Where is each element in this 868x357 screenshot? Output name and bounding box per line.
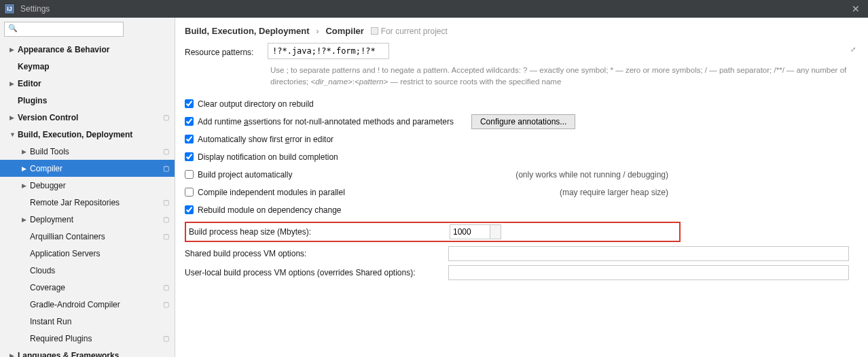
scope-icon: ▢ — [161, 300, 170, 309]
configure-annotations-button[interactable]: Configure annotations... — [471, 114, 575, 129]
chevron-icon: ▶ — [10, 114, 18, 121]
chevron-icon: ▶ — [10, 46, 18, 53]
scope-icon: ▢ — [161, 232, 170, 241]
resource-patterns-label: Resource patterns: — [185, 46, 268, 57]
tree-item-clouds[interactable]: Clouds — [0, 262, 175, 279]
tree-item-arquillian-containers[interactable]: Arquillian Containers▢ — [0, 228, 175, 245]
search-input[interactable] — [4, 22, 124, 37]
build-automatically-note: (only works while not running / debuggin… — [516, 170, 858, 180]
settings-tree: ▶Appearance & BehaviorKeymap▶EditorPlugi… — [0, 39, 175, 357]
chevron-icon: ▶ — [22, 216, 30, 223]
tree-item-deployment[interactable]: ▶Deployment▢ — [0, 211, 175, 228]
compile-parallel-label: Compile independent modules in parallel — [198, 188, 345, 197]
show-first-error-checkbox[interactable] — [185, 135, 194, 143]
scope-icon: ▢ — [161, 164, 170, 173]
chevron-icon: ▶ — [10, 352, 18, 358]
scope-hint: For current project — [371, 27, 448, 36]
breadcrumb-current: Compiler — [325, 26, 363, 36]
resource-patterns-hint: Use ; to separate patterns and ! to nega… — [185, 62, 858, 95]
heap-size-input[interactable] — [450, 224, 490, 239]
tree-item-plugins[interactable]: Plugins — [0, 92, 175, 109]
build-automatically-label: Build project automatically — [198, 170, 292, 180]
breadcrumb: Build, Execution, Deployment › Compiler … — [185, 24, 858, 43]
shared-vm-label: Shared build process VM options: — [185, 249, 448, 258]
user-vm-input[interactable] — [448, 265, 849, 280]
main-panel: Build, Execution, Deployment › Compiler … — [175, 18, 868, 357]
tree-item-build-tools[interactable]: ▶Build Tools▢ — [0, 143, 175, 160]
display-notification-label: Display notification on build completion — [198, 152, 338, 162]
tree-item-keymap[interactable]: Keymap — [0, 58, 175, 75]
tree-item-gradle-android-compiler[interactable]: Gradle-Android Compiler▢ — [0, 296, 175, 313]
scope-icon: ▢ — [161, 283, 170, 292]
shared-vm-input[interactable] — [448, 246, 849, 261]
chevron-icon: ▶ — [22, 182, 30, 189]
scope-icon: ▢ — [161, 113, 170, 122]
runtime-assertions-checkbox[interactable] — [185, 117, 194, 126]
display-notification-checkbox[interactable] — [185, 152, 194, 161]
rebuild-dependency-label: Rebuild module on dependency change — [198, 205, 342, 215]
tree-item-instant-run[interactable]: Instant Run — [0, 313, 175, 330]
close-icon[interactable]: ✕ — [848, 3, 864, 14]
expand-icon[interactable]: ⤢ — [850, 46, 856, 53]
sidebar: ▶Appearance & BehaviorKeymap▶EditorPlugi… — [0, 18, 175, 357]
scope-icon: ▢ — [161, 215, 170, 224]
tree-item-application-servers[interactable]: Application Servers — [0, 245, 175, 262]
tree-item-compiler[interactable]: ▶Compiler▢ — [0, 160, 175, 177]
heap-size-label: Build process heap size (Mbytes): — [186, 227, 450, 237]
heap-size-spinner[interactable] — [490, 224, 501, 239]
chevron-icon: ▶ — [22, 165, 30, 172]
tree-item-required-plugins[interactable]: Required Plugins▢ — [0, 330, 175, 347]
tree-item-debugger[interactable]: ▶Debugger — [0, 177, 175, 194]
tree-item-build-execution-deployment[interactable]: ▼Build, Execution, Deployment — [0, 126, 175, 143]
tree-item-coverage[interactable]: Coverage▢ — [0, 279, 175, 296]
clear-output-checkbox[interactable] — [185, 99, 194, 108]
breadcrumb-parent[interactable]: Build, Execution, Deployment — [185, 26, 309, 36]
clear-output-label: Clear output directory on rebuild — [198, 99, 314, 109]
scope-icon: ▢ — [161, 334, 170, 343]
breadcrumb-sep: › — [316, 27, 319, 36]
build-automatically-checkbox[interactable] — [185, 170, 194, 179]
user-vm-label: User-local build process VM options (ove… — [185, 268, 448, 277]
tree-item-version-control[interactable]: ▶Version Control▢ — [0, 109, 175, 126]
compile-parallel-note: (may require larger heap size) — [560, 188, 858, 197]
app-icon: IJ — [4, 3, 15, 14]
resource-patterns-input[interactable] — [268, 43, 389, 59]
heap-size-row: Build process heap size (Mbytes): — [185, 222, 681, 242]
chevron-icon: ▶ — [22, 148, 30, 155]
titlebar: IJ Settings ✕ — [0, 0, 868, 18]
tree-item-languages-frameworks[interactable]: ▶Languages & Frameworks — [0, 347, 175, 357]
runtime-assertions-label: Add runtime assertions for not-null-anno… — [198, 117, 454, 126]
scope-icon: ▢ — [161, 147, 170, 156]
compile-parallel-checkbox[interactable] — [185, 188, 194, 197]
tree-item-remote-jar-repositories[interactable]: Remote Jar Repositories▢ — [0, 194, 175, 211]
scope-icon: ▢ — [161, 198, 170, 207]
tree-item-editor[interactable]: ▶Editor — [0, 75, 175, 92]
chevron-icon: ▶ — [10, 80, 18, 87]
chevron-icon: ▼ — [10, 131, 18, 138]
scope-icon — [371, 27, 378, 35]
window-title: Settings — [20, 4, 848, 14]
show-first-error-label: Automatically show first error in editor — [198, 135, 333, 144]
rebuild-dependency-checkbox[interactable] — [185, 205, 194, 214]
tree-item-appearance-behavior[interactable]: ▶Appearance & Behavior — [0, 41, 175, 58]
